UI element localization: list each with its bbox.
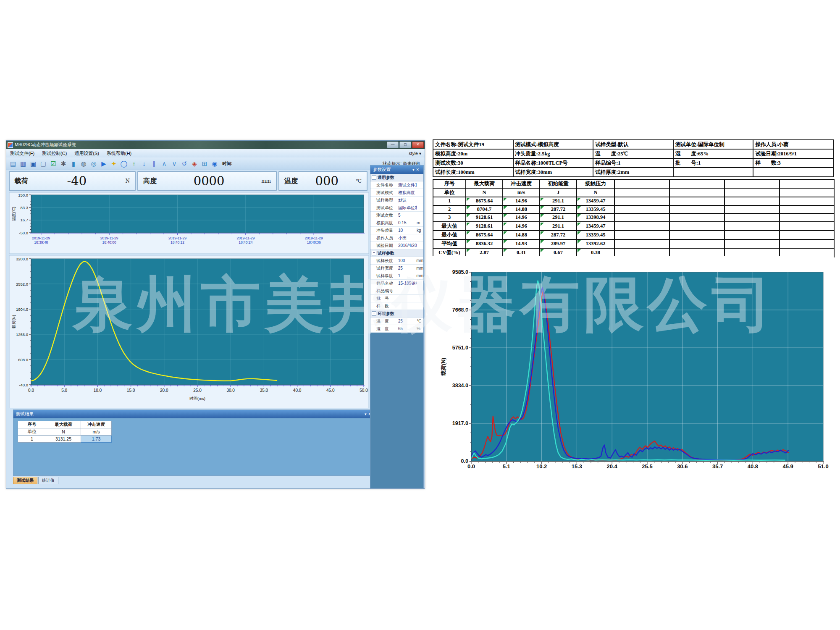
svg-text:温度(℃): 温度(℃) xyxy=(11,207,16,221)
param-label: 试样宽度 xyxy=(370,265,398,272)
collapse-icon[interactable]: − xyxy=(372,251,376,255)
param-value[interactable]: 测试文件1 xyxy=(398,181,417,189)
report-cell: 8704.7 xyxy=(466,205,503,214)
param-value[interactable]: 0.15 xyxy=(398,219,417,226)
svg-text:25.5: 25.5 xyxy=(642,463,652,470)
menu-item-1[interactable]: 测试控制(C) xyxy=(38,149,71,158)
param-value[interactable]: 默认 xyxy=(398,197,417,204)
pause-icon[interactable]: ∥ xyxy=(150,159,159,168)
device-check-icon[interactable]: ☑ xyxy=(49,159,58,168)
height-value: 0000 xyxy=(157,174,261,188)
new-file-icon[interactable]: ▤ xyxy=(8,159,18,168)
minimize-button[interactable]: — xyxy=(387,142,399,148)
gauge-icon[interactable]: ◍ xyxy=(79,159,88,168)
svg-text:0.0: 0.0 xyxy=(467,463,475,470)
info-cell: 测试模式:模拟高度 xyxy=(513,140,593,149)
close-panel-icon[interactable]: ✕ xyxy=(416,168,421,172)
svg-text:15.3: 15.3 xyxy=(572,463,582,470)
report-cell: 291.1 xyxy=(540,197,577,205)
settings-gear-icon[interactable]: ✱ xyxy=(59,159,68,168)
param-row: 湿 度65% xyxy=(370,325,423,333)
param-section-header[interactable]: −环境参数 xyxy=(370,310,423,318)
monitor-icon[interactable]: ◎ xyxy=(89,159,98,168)
menu-item-2[interactable]: 通用设置(S) xyxy=(71,149,103,158)
svg-text:35.7: 35.7 xyxy=(712,463,723,470)
tab-0[interactable]: 测试结果 xyxy=(13,477,37,484)
report-cell: 8675.64 xyxy=(466,231,503,239)
scale-icon[interactable]: ⊞ xyxy=(200,159,209,168)
svg-text:83.3: 83.3 xyxy=(21,205,29,210)
collapse-icon[interactable]: − xyxy=(372,311,376,316)
jog-down-icon[interactable]: ∨ xyxy=(170,159,179,168)
report-cell: 9128.61 xyxy=(466,213,503,222)
param-section-header[interactable]: −通用参数 xyxy=(370,174,423,181)
param-section-header[interactable]: −试样参数 xyxy=(370,249,423,257)
param-value[interactable] xyxy=(398,295,417,302)
param-row: 批 号 xyxy=(370,295,423,302)
param-row: 测试次数5 xyxy=(370,212,423,219)
param-value[interactable]: 2016/4/20 xyxy=(398,242,417,249)
title-bar[interactable]: MB029C动态冲击颠簸试验系统 — □ ✕ xyxy=(6,141,425,149)
svg-text:10.2: 10.2 xyxy=(536,463,547,470)
report-cell xyxy=(669,179,724,188)
svg-text:3200.0: 3200.0 xyxy=(16,257,28,261)
svg-text:608.0: 608.0 xyxy=(18,357,28,362)
close-button[interactable]: ✕ xyxy=(412,142,424,148)
stop-circle-icon[interactable]: ◯ xyxy=(119,159,129,168)
param-row: 测试模式模拟高度 xyxy=(370,189,423,197)
svg-text:2019-11-2918:40:00: 2019-11-2918:40:00 xyxy=(100,236,118,244)
param-value[interactable]: 5 xyxy=(398,212,417,219)
collapse-icon[interactable]: − xyxy=(372,175,376,180)
report-cell xyxy=(780,205,834,214)
report-cell: 8836.32 xyxy=(466,239,503,248)
menu-item-3[interactable]: 系统帮助(H) xyxy=(103,149,135,158)
clean-brush-icon[interactable]: ✦ xyxy=(109,159,118,168)
report-cell: 2 xyxy=(433,205,466,214)
start-test-icon[interactable]: ▶ xyxy=(99,159,108,168)
close-file-icon[interactable]: ▢ xyxy=(39,159,48,168)
report-cell xyxy=(724,231,780,239)
param-value[interactable]: 100 xyxy=(398,257,417,264)
param-value[interactable]: 小田 xyxy=(398,234,417,242)
power-icon[interactable]: ◉ xyxy=(210,159,219,168)
style-selector[interactable]: style ▾ xyxy=(409,151,421,156)
load-curve-chart: 0.05.010.015.020.025.030.035.040.045.050… xyxy=(9,255,369,408)
reset-icon[interactable]: ↺ xyxy=(180,159,189,168)
lock-icon[interactable]: ◈ xyxy=(190,159,199,168)
results-panel-header[interactable]: 测试结果 ▾✕ xyxy=(13,410,375,418)
calibration-icon[interactable]: ▮ xyxy=(69,159,78,168)
tab-1[interactable]: 统计值 xyxy=(38,477,58,484)
maximize-button[interactable]: □ xyxy=(399,142,411,148)
param-value[interactable]: 国际单位制 xyxy=(398,204,417,211)
param-unit: mm xyxy=(416,257,423,264)
results-cell[interactable]: 1.73 xyxy=(81,436,112,443)
param-value[interactable] xyxy=(398,302,417,310)
param-value[interactable]: 25 xyxy=(398,318,417,325)
save-icon[interactable]: ▣ xyxy=(29,159,38,168)
svg-text:50.0: 50.0 xyxy=(360,388,368,393)
param-row: 冲头质量10kg xyxy=(370,227,423,234)
param-section-title: 环境参数 xyxy=(378,311,394,317)
param-value[interactable]: 65 xyxy=(398,325,417,332)
param-unit: m xyxy=(417,219,423,226)
report-cell: 初始能量 xyxy=(540,179,577,188)
report-cell: 0.31 xyxy=(503,248,540,257)
param-value[interactable]: 10 xyxy=(398,227,417,234)
param-value[interactable]: 1 xyxy=(398,272,417,279)
menu-item-0[interactable]: 测试文件(F) xyxy=(6,149,38,158)
jog-up-icon[interactable]: ∧ xyxy=(160,159,169,168)
results-cell: N xyxy=(46,428,81,436)
report-cell: 291.1 xyxy=(540,222,577,231)
param-value[interactable]: 15-185钢丝带 xyxy=(398,280,417,287)
lower-arrow-icon[interactable]: ↓ xyxy=(139,159,149,168)
parameters-panel-header[interactable]: 参数设置 ▾✕ xyxy=(370,165,423,174)
raise-arrow-icon[interactable]: ↑ xyxy=(129,159,139,168)
param-value[interactable] xyxy=(398,287,417,294)
report-cell xyxy=(724,205,780,214)
param-value[interactable]: 25 xyxy=(398,265,417,272)
report-cell: 13359.45 xyxy=(577,205,614,214)
param-unit xyxy=(417,181,423,189)
report-cell: 最大载荷 xyxy=(466,179,503,188)
param-value[interactable]: 模拟高度 xyxy=(398,189,417,196)
open-file-icon[interactable]: ▥ xyxy=(18,159,28,168)
